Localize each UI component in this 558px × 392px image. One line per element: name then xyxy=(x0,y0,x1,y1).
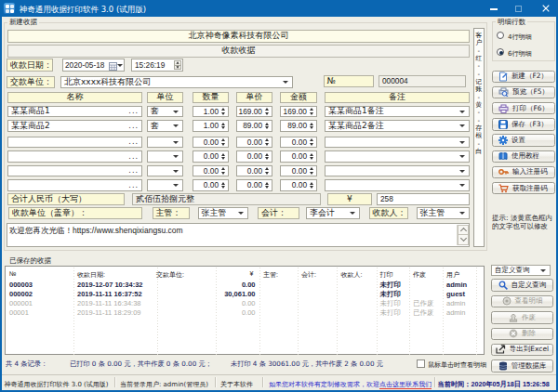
item-name-browse-icon[interactable]: ... xyxy=(128,107,139,115)
item-remark-combo[interactable] xyxy=(325,165,470,177)
saved-column-header[interactable]: 收款人: xyxy=(341,270,363,280)
void-button[interactable]: 作废 xyxy=(491,311,553,324)
item-remark-dropdown-icon[interactable] xyxy=(459,111,465,113)
saved-column-header[interactable]: 打印 xyxy=(380,270,393,280)
item-unit-dropdown-icon[interactable] xyxy=(173,184,179,187)
item-name-browse-icon[interactable]: ... xyxy=(128,152,139,161)
welcome-scrollbar[interactable] xyxy=(457,225,468,245)
item-name-browse-icon[interactable]: ... xyxy=(128,181,139,189)
saved-receipt-row[interactable]: 0000012019-11-11 16:34:380.00未打印已作废admin xyxy=(6,299,485,308)
item-unit-dropdown-icon[interactable] xyxy=(173,170,179,173)
saved-receipts-table[interactable]: №收款日期:交款单位:¥主管:会计:收款人:打印作废用户0000032019-1… xyxy=(5,266,485,355)
item-price-spinner[interactable]: 0.00 xyxy=(236,137,272,149)
item-amount-spinner[interactable]: 0.00 xyxy=(280,137,317,149)
item-name-browse-icon[interactable]: ... xyxy=(128,166,139,175)
item-unit-dropdown-icon[interactable] xyxy=(173,141,179,144)
item-name-browse-icon[interactable]: ... xyxy=(128,137,139,146)
enter-license-button[interactable]: 输入注册码 xyxy=(492,166,555,179)
saved-column-header[interactable]: ¥ xyxy=(250,270,254,277)
item-price-spinner[interactable]: 0.00 xyxy=(236,165,272,177)
saved-column-header[interactable]: 收款日期: xyxy=(77,270,105,280)
view-detail-button[interactable]: 查看明细 xyxy=(491,295,553,308)
detail-rows-radio-option[interactable]: 4行明细 xyxy=(497,32,552,41)
item-qty-spinner[interactable]: 1.00 xyxy=(193,106,229,118)
delete-button[interactable]: 删除 xyxy=(491,328,553,341)
saved-column-header[interactable]: 主管: xyxy=(263,270,278,280)
contact-link-text[interactable]: 点击这里联系我们 xyxy=(379,381,432,389)
saved-column-header[interactable]: 会计: xyxy=(301,270,316,280)
time-spinner[interactable] xyxy=(174,60,181,70)
export-excel-button[interactable]: 导出到Excel xyxy=(491,344,553,357)
date-picker[interactable]: 2020-05-18 xyxy=(62,59,125,72)
payee-combo[interactable]: 张主管 xyxy=(417,207,471,220)
spin-up-down-icon[interactable] xyxy=(263,166,271,176)
spin-up-down-icon[interactable] xyxy=(263,151,271,162)
item-name-input[interactable]: ... xyxy=(7,179,142,191)
item-qty-spinner[interactable]: 0.00 xyxy=(193,179,229,191)
manager-dropdown-icon[interactable] xyxy=(238,212,244,215)
item-name-input[interactable]: 某某商品2... xyxy=(7,120,142,132)
scroll-down-icon[interactable] xyxy=(458,234,469,245)
item-name-input[interactable]: ... xyxy=(7,137,142,149)
tutorial-button[interactable]: 使用教程 xyxy=(492,150,555,163)
item-unit-combo[interactable] xyxy=(147,137,183,149)
item-unit-combo[interactable] xyxy=(147,179,183,191)
total-amount-input[interactable]: 258 xyxy=(377,193,470,205)
query-dropdown-icon[interactable] xyxy=(540,269,546,272)
spin-up-down-icon[interactable] xyxy=(219,137,227,148)
item-remark-combo[interactable]: 某某商品1备注 xyxy=(325,106,470,118)
saved-column-header[interactable]: № xyxy=(9,270,17,277)
item-remark-dropdown-icon[interactable] xyxy=(459,155,465,158)
settings-button[interactable]: 设置 xyxy=(492,134,555,147)
preview-button[interactable]: 预览（F5） xyxy=(492,86,555,99)
spin-up-down-icon[interactable] xyxy=(219,166,227,176)
get-license-button[interactable]: 获取注册码 xyxy=(492,182,555,195)
item-unit-dropdown-icon[interactable] xyxy=(173,124,179,127)
manage-database-button[interactable]: 管理数据库 xyxy=(491,359,553,372)
manager-combo[interactable]: 张主管 xyxy=(198,207,248,220)
detail-rows-radio-option[interactable]: 6行明细 xyxy=(497,48,552,58)
saved-column-header[interactable]: 作废 xyxy=(413,270,426,280)
item-name-input[interactable]: 某某商品1... xyxy=(7,106,142,118)
item-amount-spinner[interactable]: 0.00 xyxy=(280,150,317,163)
item-unit-dropdown-icon[interactable] xyxy=(173,111,179,113)
payer-combo[interactable]: 北京xxxx科技有限公司 xyxy=(60,76,293,89)
checkbox-box[interactable] xyxy=(417,359,425,368)
item-remark-combo[interactable] xyxy=(325,179,470,191)
payee-dropdown-icon[interactable] xyxy=(459,212,465,215)
item-amount-spinner[interactable]: 169.00 xyxy=(280,106,317,118)
item-remark-dropdown-icon[interactable] xyxy=(459,170,465,173)
item-price-spinner[interactable]: 89.00 xyxy=(236,120,272,132)
item-amount-spinner[interactable]: 89.00 xyxy=(280,120,317,132)
radio-selected-icon[interactable] xyxy=(497,48,504,56)
spin-up-down-icon[interactable] xyxy=(219,121,227,131)
spin-up-down-icon[interactable] xyxy=(308,137,315,148)
saved-column-header[interactable]: 用户 xyxy=(446,270,459,280)
saved-receipt-row[interactable]: 0000032019-12-07 10:34:320.00未打印admin xyxy=(6,281,485,290)
spin-up-down-icon[interactable] xyxy=(308,107,315,117)
spin-up-down-icon[interactable] xyxy=(219,180,227,190)
save-button[interactable]: 保存（F3） xyxy=(492,118,555,131)
saved-receipt-row[interactable]: 000012019-11-11 18:29:090.00未打印已作废admin xyxy=(6,308,485,318)
status-contact-link[interactable]: 如果您对本软件有定制修改需求，欢迎点击这里联系我们 xyxy=(269,380,432,389)
item-unit-combo[interactable] xyxy=(147,165,183,177)
spin-up-down-icon[interactable] xyxy=(263,137,271,148)
item-remark-combo[interactable] xyxy=(325,137,470,149)
spin-up-down-icon[interactable] xyxy=(263,107,271,117)
doc-title-input[interactable]: 收款收据 xyxy=(7,45,470,58)
status-about-link[interactable]: 关于本软件 xyxy=(220,380,253,389)
custom-query-button[interactable]: 自定义查询 xyxy=(491,279,553,292)
company-name-input[interactable]: 北京神奇像素科技有限公司 xyxy=(7,30,470,43)
accountant-dropdown-icon[interactable] xyxy=(350,212,355,215)
item-price-spinner[interactable]: 0.00 xyxy=(236,150,272,163)
payer-dropdown-icon[interactable] xyxy=(283,81,288,84)
item-name-browse-icon[interactable]: ... xyxy=(128,122,139,130)
spin-up-down-icon[interactable] xyxy=(308,121,315,131)
spin-up-down-icon[interactable] xyxy=(263,121,271,131)
item-unit-dropdown-icon[interactable] xyxy=(173,155,179,158)
item-remark-dropdown-icon[interactable] xyxy=(459,124,465,127)
item-unit-combo[interactable]: 套 xyxy=(147,106,183,118)
item-qty-spinner[interactable]: 0.00 xyxy=(193,150,229,163)
accountant-combo[interactable]: 李会计 xyxy=(306,207,360,220)
item-remark-combo[interactable]: 某某商品2备注 xyxy=(325,120,470,132)
